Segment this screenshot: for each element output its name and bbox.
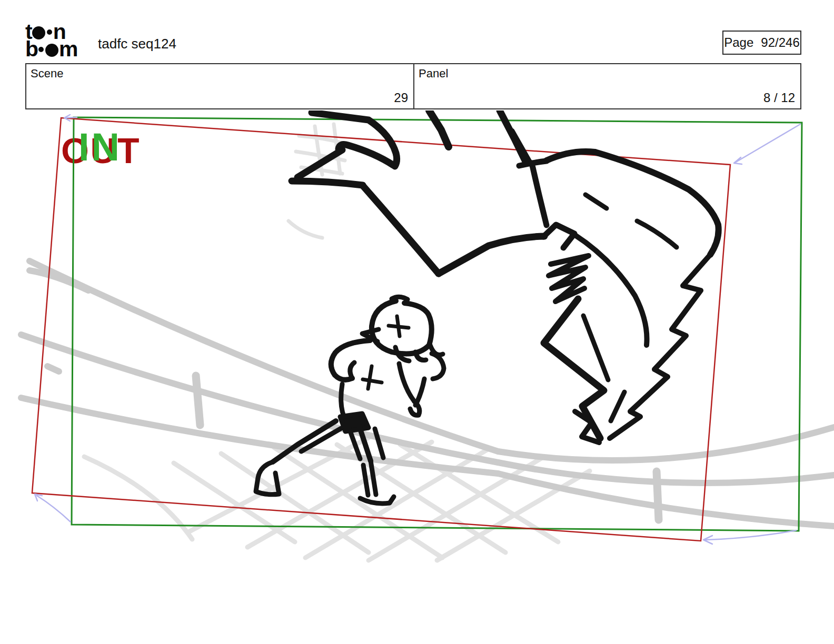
camera-arrow-bottom-right bbox=[706, 530, 796, 540]
monster-claw-sketch bbox=[292, 110, 719, 442]
fence-post bbox=[657, 471, 659, 520]
camera-arrow-bottom-left bbox=[37, 496, 71, 522]
storyboard-panel-canvas: OUT IN bbox=[0, 0, 834, 644]
camera-in-label: IN bbox=[78, 125, 122, 169]
camera-arrow-top-right bbox=[735, 124, 800, 163]
background-grid bbox=[84, 124, 590, 560]
storyboard-page: { "header": { "logo": { "name": "toon bo… bbox=[0, 0, 834, 644]
fence-post bbox=[196, 376, 200, 425]
camera-arrow-top-left bbox=[65, 117, 77, 118]
